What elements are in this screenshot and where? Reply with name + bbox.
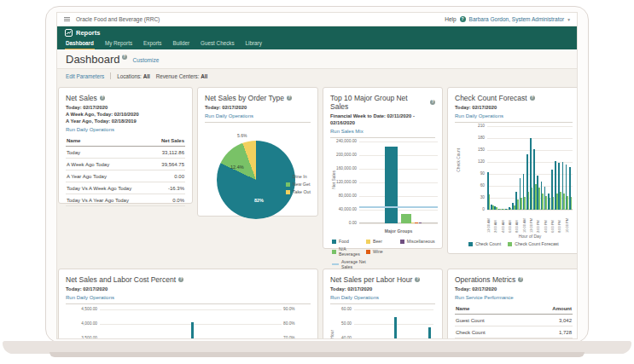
cell-value: 3,042 xyxy=(559,318,572,323)
y-tick-label: 90 xyxy=(474,171,485,176)
bar-food[interactable] xyxy=(385,147,398,223)
legend-swatch xyxy=(286,175,290,179)
chart-legend: FoodBeerMiscellaneousN/A BeveragesWineAv… xyxy=(332,239,435,272)
run-sales-mix-link[interactable]: Run Sales Mix xyxy=(330,129,435,134)
labor-hour-chart: Net Sales per Labor Hour 60.0050.0040.00… xyxy=(330,304,435,339)
subtitle-line: Today: 02/17/2020 xyxy=(66,104,185,111)
gridline xyxy=(359,169,438,170)
legend-item: Wine xyxy=(366,246,400,257)
table-row[interactable]: Today33,112.86 xyxy=(66,147,185,159)
legend-item: Check Count xyxy=(468,241,501,246)
card-title: Top 10 Major Group Net Sales xyxy=(330,94,428,111)
gridline xyxy=(354,309,433,310)
bar[interactable] xyxy=(394,317,398,339)
legend-swatch xyxy=(508,242,512,246)
legend-swatch xyxy=(332,250,336,254)
y-tick-label: 160,000.00 xyxy=(331,166,357,170)
page-content: Dashboard ? Customize Edit Parameters Lo… xyxy=(57,49,577,339)
y-tick-label: 0.00 xyxy=(331,221,357,225)
legend-swatch xyxy=(468,242,473,246)
question-icon[interactable]: ? xyxy=(100,95,105,101)
run-service-performance-link[interactable]: Run Service Performance xyxy=(455,295,573,300)
run-daily-operations-link[interactable]: Run Daily Operations xyxy=(455,113,573,118)
cell-value: 1,728 xyxy=(559,330,572,335)
gridline xyxy=(359,223,438,224)
net-sales-table: NameNet SalesToday33,112.86A Week Ago To… xyxy=(66,136,185,206)
x-tick-label: 6:00 PM xyxy=(550,212,555,233)
x-tick-label: 8:00 AM xyxy=(515,212,519,233)
y-tick-label: 40,000.00 xyxy=(331,207,357,211)
y-tick-label: 50.00 xyxy=(323,321,352,326)
user-menu[interactable]: Barbara Gordon, System Administrator xyxy=(469,16,565,22)
gridline xyxy=(354,338,433,339)
card-subtitle: Financial Week to Date: 02/11/2020 - 02/… xyxy=(330,113,435,126)
bar-miscellaneous[interactable] xyxy=(419,222,422,223)
help-link[interactable]: Help xyxy=(445,16,456,22)
y-tick-label: 60 xyxy=(474,183,485,188)
pie-legend: Dine InNew GetTake Out xyxy=(286,174,311,197)
question-icon[interactable]: ? xyxy=(530,95,535,101)
filter-bar: Edit Parameters Locations: All Revenue C… xyxy=(57,69,577,83)
question-icon[interactable]: ? xyxy=(122,55,127,60)
x-tick-label: 10:00 AM xyxy=(522,212,526,233)
gridline xyxy=(359,196,438,197)
forecast-bar[interactable] xyxy=(571,197,573,210)
cell-name: Today Vs A Year Ago Today xyxy=(67,198,129,203)
legend-item: Dine In xyxy=(286,174,311,179)
x-tick-label: 12:00 PM xyxy=(529,212,533,233)
table-row[interactable]: Today Vs A Year Ago Today0.0% xyxy=(66,194,185,206)
y-tick-label: 120,000.00 xyxy=(331,180,357,184)
x-tick-label: 12:00 AM xyxy=(486,212,491,233)
card-order-type: Net Sales by Order Type? Today: 02/17/20… xyxy=(197,87,318,217)
hamburger-icon[interactable] xyxy=(64,16,70,22)
laptop-base-lip xyxy=(49,352,585,357)
subtitle-line: A Year Ago, Today: 02/18/2019 xyxy=(66,118,185,124)
table-row[interactable]: Today Vs A Week Ago Today-16.3% xyxy=(66,182,185,194)
help-icon[interactable]: ? xyxy=(460,16,466,22)
question-icon[interactable]: ? xyxy=(287,95,292,101)
x-tick-label: 8:00 PM xyxy=(557,212,561,233)
y-axis-label: Check Count xyxy=(457,148,461,172)
cell-value: -16.3% xyxy=(168,186,184,191)
x-tick-label: 10:00 PM xyxy=(565,212,569,233)
table-row[interactable]: A Week Ago Today39,564.75 xyxy=(66,159,185,170)
question-icon[interactable]: ? xyxy=(178,277,183,282)
divider xyxy=(110,72,111,79)
table-row[interactable]: Guest Count3,042 xyxy=(455,315,573,326)
edit-parameters-link[interactable]: Edit Parameters xyxy=(66,73,104,79)
table-row[interactable]: Check Count1,728 xyxy=(455,326,573,338)
revenue-centers-filter[interactable]: Revenue Centers: All xyxy=(156,73,208,79)
bar-wine[interactable] xyxy=(415,222,418,223)
bar[interactable] xyxy=(191,322,195,340)
bar-n-a-beverages[interactable] xyxy=(401,214,411,223)
gridline xyxy=(487,126,573,127)
card-net-sales: Net Sales? Today: 02/17/2020A Week Ago, … xyxy=(58,87,193,204)
table-row[interactable]: A Year Ago Today0.00 xyxy=(66,170,185,182)
bar-beer[interactable] xyxy=(411,222,414,223)
cell-value: 39,564.75 xyxy=(161,162,184,167)
question-icon[interactable]: ? xyxy=(430,100,435,105)
run-daily-operations-link[interactable]: Run Daily Operations xyxy=(330,295,435,300)
table-row[interactable]: Table Turn Count1,289 xyxy=(455,338,573,339)
customize-link[interactable]: Customize xyxy=(133,57,160,63)
legend-item: New Get xyxy=(286,182,311,187)
run-daily-operations-link[interactable]: Run Daily Operations xyxy=(66,295,311,300)
cell-name: A Year Ago Today xyxy=(67,174,107,179)
legend-swatch xyxy=(400,240,404,244)
card-forecast: Check Count Forecast? Today: 02/17/2020 … xyxy=(447,87,578,254)
question-icon[interactable]: ? xyxy=(415,277,420,282)
chevron-down-icon[interactable]: ▾ xyxy=(567,17,570,22)
locations-filter[interactable]: Locations: All xyxy=(117,73,150,79)
run-daily-operations-link[interactable]: Run Daily Operations xyxy=(66,127,185,132)
product-name: Reports xyxy=(76,29,100,37)
card-title: Operations Metrics xyxy=(455,275,515,284)
card-top10: Top 10 Major Group Net Sales? Financial … xyxy=(323,87,443,249)
subtitle-line: Today: 02/17/2020 xyxy=(66,286,311,292)
question-icon[interactable]: ? xyxy=(518,277,523,282)
bar[interactable] xyxy=(416,338,420,339)
bar[interactable] xyxy=(428,327,432,340)
run-daily-operations-link[interactable]: Run Daily Operations xyxy=(205,113,311,118)
pie-chart[interactable] xyxy=(217,141,295,219)
y-tick-label: 60.00 xyxy=(323,307,352,311)
column-header: Name xyxy=(456,306,469,311)
